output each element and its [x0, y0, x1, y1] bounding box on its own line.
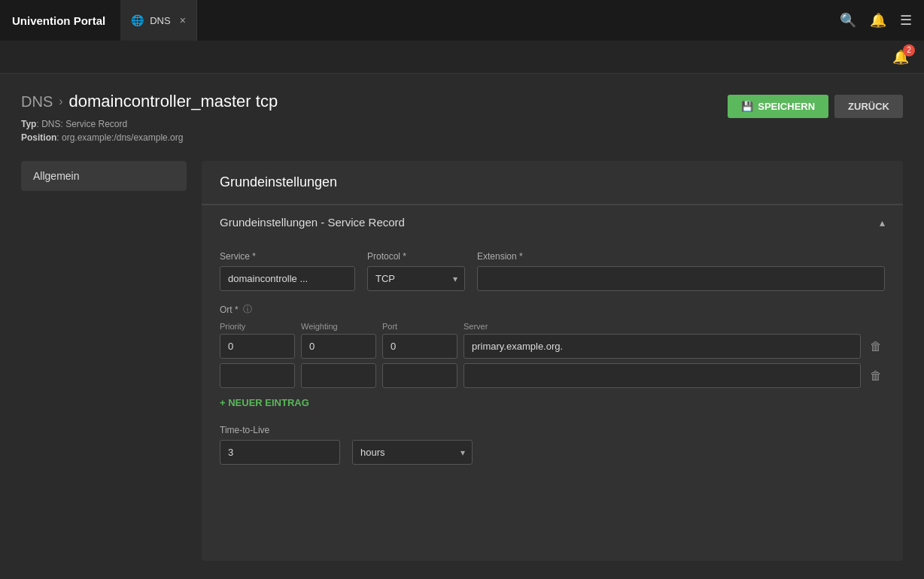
position-value: org.example:/dns/example.org [62, 132, 183, 143]
panel-header: Grundeinstellungen [202, 161, 903, 205]
breadcrumb-separator: › [59, 95, 62, 108]
server-input-1[interactable] [464, 334, 861, 359]
ttl-input[interactable] [220, 440, 340, 465]
trash-icon-2: 🗑 [870, 369, 882, 383]
section-toggle-icon: ▴ [880, 217, 885, 229]
ort-label-text: Ort * [220, 305, 239, 315]
field-row-ttl: Time-to-Live unit seconds minutes hours … [220, 425, 885, 465]
sidebar: Allgemein [21, 161, 187, 561]
ttl-unit-select-wrapper: seconds minutes hours days ▾ [352, 440, 473, 465]
extension-input[interactable] [477, 266, 885, 291]
section-title: Grundeinstellungen - Service Record [220, 216, 405, 229]
field-group-service: Service * [220, 251, 355, 291]
ort-row-2: 🗑 [220, 363, 885, 388]
weighting-input-1[interactable] [301, 334, 376, 359]
protocol-label: Protocol * [367, 251, 465, 262]
back-button[interactable]: ZURÜCK [834, 95, 903, 118]
tabs-bar: 🌐 DNS × [120, 0, 840, 41]
ort-row-1: 🗑 [220, 334, 885, 359]
field-row-service: Service * Protocol * TCP UDP ▾ [220, 251, 885, 291]
add-entry-button[interactable]: + NEUER EINTRAG [220, 393, 309, 413]
panel-title: Grundeinstellungen [220, 174, 337, 189]
ttl-unit-select[interactable]: seconds minutes hours days [352, 440, 473, 465]
action-buttons: 💾 SPEICHERN ZURÜCK [728, 95, 903, 118]
delete-row-2-button[interactable]: 🗑 [867, 366, 885, 386]
navbar-actions: 🔍 🔔 ☰ [840, 12, 912, 29]
ttl-label: Time-to-Live [220, 425, 340, 435]
field-group-ttl: Time-to-Live [220, 425, 340, 465]
extension-label: Extension * [477, 251, 885, 262]
page-title-section: DNS › domaincontroller_master tcp Typ: D… [21, 92, 278, 143]
bell-icon[interactable]: 🔔 [870, 12, 886, 29]
section-header[interactable]: Grundeinstellungen - Service Record ▴ [202, 205, 903, 239]
brand-title: Univention Portal [12, 14, 120, 27]
server-input-2[interactable] [464, 363, 861, 388]
page-meta-position: Position: org.example:/dns/example.org [21, 132, 278, 143]
secondary-bar: 🔔 2 [0, 41, 924, 74]
trash-icon-1: 🗑 [870, 340, 882, 353]
navbar: Univention Portal 🌐 DNS × 🔍 🔔 ☰ [0, 0, 924, 41]
dns-tab[interactable]: 🌐 DNS × [120, 0, 197, 41]
ort-label: Ort * ⓘ [220, 303, 885, 316]
priority-input-1[interactable] [220, 334, 295, 359]
field-group-protocol: Protocol * TCP UDP ▾ [367, 251, 465, 291]
ort-section: Ort * ⓘ Priority Weighting Port Server [220, 303, 885, 413]
service-input[interactable] [220, 266, 355, 291]
tab-label: DNS [150, 15, 170, 26]
protocol-select[interactable]: TCP UDP [367, 266, 465, 291]
col-header-priority: Priority [220, 322, 295, 331]
service-label: Service * [220, 251, 355, 262]
typ-value: DNS: Service Record [41, 119, 127, 129]
port-input-1[interactable] [382, 334, 457, 359]
notification-badge[interactable]: 🔔 2 [892, 49, 909, 65]
ort-info-icon[interactable]: ⓘ [243, 303, 252, 316]
typ-label: Typ [21, 119, 36, 129]
save-icon: 💾 [741, 101, 753, 112]
ort-column-headers: Priority Weighting Port Server [220, 322, 885, 331]
tab-globe-icon: 🌐 [131, 14, 144, 26]
breadcrumb-parent[interactable]: DNS [21, 93, 53, 111]
search-icon[interactable]: 🔍 [840, 12, 856, 29]
position-colon: : [56, 132, 62, 143]
main-panel: Grundeinstellungen Grundeinstellungen - … [202, 161, 903, 561]
position-label: Position [21, 132, 56, 143]
weighting-input-2[interactable] [301, 363, 376, 388]
save-button[interactable]: 💾 SPEICHERN [728, 95, 828, 118]
col-header-weighting: Weighting [301, 322, 376, 331]
sidebar-item-allgemein[interactable]: Allgemein [21, 161, 187, 191]
port-input-2[interactable] [382, 363, 457, 388]
menu-icon[interactable]: ☰ [900, 12, 912, 29]
section-grundeinstellungen: Grundeinstellungen - Service Record ▴ Se… [202, 205, 903, 489]
save-label: SPEICHERN [758, 101, 815, 112]
content-area: DNS › domaincontroller_master tcp Typ: D… [0, 74, 924, 579]
field-group-extension: Extension * [477, 251, 885, 291]
section-body: Service * Protocol * TCP UDP ▾ [202, 239, 903, 489]
delete-row-1-button[interactable]: 🗑 [867, 337, 885, 356]
priority-input-2[interactable] [220, 363, 295, 388]
page-header: DNS › domaincontroller_master tcp Typ: D… [21, 92, 903, 143]
col-header-port: Port [382, 322, 457, 331]
page-meta-typ: Typ: DNS: Service Record [21, 119, 278, 129]
sidebar-item-label: Allgemein [33, 170, 79, 182]
breadcrumb: DNS › domaincontroller_master tcp [21, 92, 278, 111]
protocol-select-wrapper: TCP UDP ▾ [367, 266, 465, 291]
main-layout: Allgemein Grundeinstellungen Grundeinste… [21, 161, 903, 561]
notification-count: 2 [903, 44, 915, 56]
page-title: domaincontroller_master tcp [69, 92, 278, 111]
field-group-ttl-unit: unit seconds minutes hours days ▾ [352, 425, 473, 465]
col-header-server: Server [464, 322, 858, 331]
tab-close-button[interactable]: × [180, 14, 186, 26]
